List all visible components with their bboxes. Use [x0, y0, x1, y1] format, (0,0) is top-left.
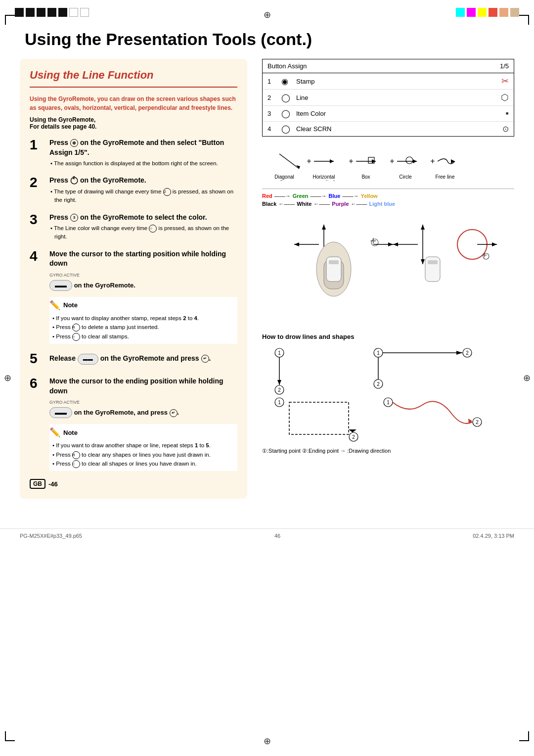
- svg-rect-43: [428, 260, 438, 264]
- svg-text:+: +: [430, 157, 435, 165]
- svg-text:2: 2: [352, 434, 355, 440]
- note-icon-2: ✏️: [49, 427, 60, 438]
- arrow-6: ←——: [351, 201, 367, 207]
- row-3-icon: ◯: [281, 109, 292, 118]
- svg-marker-47: [492, 242, 497, 246]
- svg-text:1: 1: [387, 400, 390, 405]
- svg-text:Diagonal: Diagonal: [274, 174, 294, 180]
- how-to-draw: How to drow lines and shapes 1 2 1 2: [262, 333, 514, 454]
- note-icon-1: ✏️: [49, 300, 60, 311]
- row-2-label: Line: [296, 94, 497, 101]
- step-6-number: 6: [30, 377, 44, 390]
- step-3-body: The Line color will change every time ○ …: [49, 224, 237, 241]
- arrow-5: ←——: [313, 201, 330, 207]
- corner-mark-tr: [519, 15, 529, 25]
- row-1-label: Stamp: [296, 78, 497, 85]
- svg-text:+: +: [370, 235, 377, 247]
- color-row-2: Black ←—— White ←—— Purple ←—— Light blu…: [262, 201, 514, 207]
- reg-marks-left: [15, 8, 89, 17]
- step-1-content: Press ⊕ on the GyroRemote and then selec…: [49, 138, 237, 168]
- right-column: Button Assign 1/5 1 ◉ Stamp ✂ 2 ◯ Line ⬡…: [262, 59, 514, 454]
- svg-text:2: 2: [466, 350, 469, 356]
- row-2-icon: ◯: [281, 93, 292, 102]
- row-3-action: ▪: [506, 108, 509, 119]
- main-content: Using the Presentation Tools (cont.) Usi…: [0, 25, 534, 519]
- color-white: White: [297, 201, 312, 207]
- step-1-body: The assign function is displayed at the …: [49, 159, 237, 168]
- row-2-num: 2: [267, 94, 277, 101]
- note-body-1: If you want to display another stamp, re…: [49, 314, 237, 341]
- how-to-title: How to drow lines and shapes: [262, 333, 514, 340]
- svg-text:Horizontal: Horizontal: [312, 174, 335, 180]
- step-3: 3 Press 3 on the GyroRemote to select th…: [30, 213, 237, 241]
- svg-point-18: [406, 157, 413, 164]
- arrow-1: ——→: [274, 193, 291, 199]
- row-3-label: Item Color: [296, 110, 502, 117]
- svg-line-0: [279, 154, 299, 169]
- svg-marker-45: [393, 242, 398, 246]
- svg-text:2: 2: [278, 387, 281, 393]
- left-column: Using the Line Function Using the GyroRe…: [20, 59, 247, 499]
- svg-text:+: +: [307, 157, 311, 165]
- svg-rect-31: [329, 260, 339, 264]
- svg-text:+: +: [390, 157, 394, 165]
- button-assign-header: Button Assign 1/5: [263, 59, 514, 73]
- step-4-title: Move the cursor to the starting position…: [49, 249, 237, 269]
- svg-text:+: +: [349, 157, 353, 165]
- svg-text:1: 1: [278, 400, 281, 405]
- row-3-num: 3: [267, 110, 277, 117]
- color-blue: Blue: [329, 193, 341, 199]
- svg-marker-24: [322, 225, 326, 230]
- section-divider: [30, 87, 237, 88]
- svg-text:Circle: Circle: [399, 174, 412, 180]
- step-4-content: Move the cursor to the starting position…: [49, 249, 237, 344]
- step-6-content: Move the cursor to the ending position w…: [49, 377, 237, 471]
- row-2-action: ⬡: [501, 92, 509, 103]
- svg-text:1: 1: [278, 350, 281, 356]
- svg-marker-37: [421, 225, 425, 230]
- gb-badge: GB: [30, 479, 45, 489]
- step-4-gyro: GYRO ACTIVE ▬▬ on the GyroRemote.: [49, 271, 237, 293]
- row-4-label: Clear SCRN: [296, 125, 498, 133]
- arrow-4: ←——: [278, 201, 295, 207]
- arrow-3: ——→: [342, 193, 358, 199]
- step-5-content: Release ▬▬ on the GyroRemote and press ↵…: [49, 352, 237, 369]
- svg-text:line: line: [280, 180, 288, 181]
- step-2-content: Press ◯2 on the GyroRemote. The type of …: [49, 176, 237, 204]
- svg-rect-65: [289, 402, 349, 434]
- button-assign-row-3: 3 ◯ Item Color ▪: [263, 106, 514, 122]
- target-mark-bottom: [262, 736, 272, 746]
- page-title: Using the Presentation Tools (cont.): [20, 30, 514, 49]
- step-4: 4 Move the cursor to the starting positi…: [30, 249, 237, 344]
- target-mark-right: [522, 373, 532, 383]
- color-green: Green: [293, 193, 309, 199]
- step-2: 2 Press ◯2 on the GyroRemote. The type o…: [30, 176, 237, 204]
- arrow-2: ——→: [311, 193, 327, 199]
- step-2-title: Press ◯2 on the GyroRemote.: [49, 176, 237, 186]
- two-column-layout: Using the Line Function Using the GyroRe…: [20, 59, 514, 499]
- svg-marker-6: [330, 159, 334, 163]
- step-4-number: 4: [30, 249, 44, 263]
- footer-file-ref: PG-M25X#E#p33_49.p65: [20, 533, 82, 539]
- step-2-body: The type of drawing will change every ti…: [49, 188, 237, 205]
- color-lightblue: Light blue: [369, 201, 396, 207]
- page-number-area: GB -46: [30, 479, 237, 489]
- illustration-svg-top: +: [262, 215, 514, 324]
- note-header-1: ✏️ Note: [49, 300, 237, 311]
- svg-marker-38: [421, 259, 425, 264]
- row-4-num: 4: [267, 125, 277, 133]
- svg-marker-53: [277, 380, 281, 385]
- step-6-gyro: GYRO ACTIVE ▬▬ on the GyroRemote, and pr…: [49, 398, 237, 420]
- section-heading: Using the Line Function: [30, 69, 237, 82]
- row-1-icon: ◉: [281, 77, 292, 86]
- drawing-types-section: Diagonal line + Horizontal or vertical l…: [262, 146, 514, 189]
- step-5: 5 Release ▬▬ on the GyroRemote and press…: [30, 352, 237, 369]
- reg-marks-right: [456, 8, 519, 17]
- svg-text:Box: Box: [361, 174, 370, 180]
- corner-mark-tl: [5, 15, 15, 25]
- svg-marker-12: [372, 159, 376, 163]
- step-1: 1 Press ⊕ on the GyroRemote and then sel…: [30, 138, 237, 168]
- gyro-note: Using the GyroRemote,For details see pag…: [30, 116, 237, 130]
- step-3-title: Press 3 on the GyroRemote to select the …: [49, 213, 237, 223]
- step-1-number: 1: [30, 138, 44, 152]
